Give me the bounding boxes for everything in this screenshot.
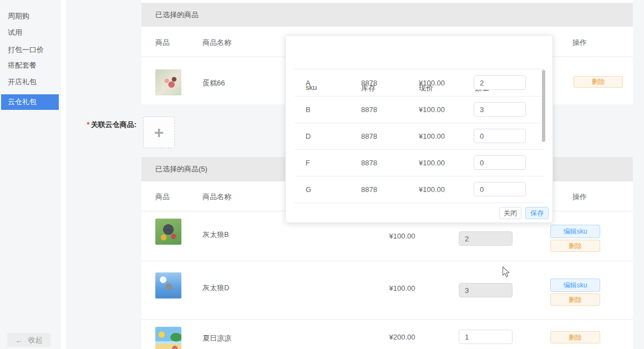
column-header-action: 操作 <box>572 192 587 202</box>
product-image-wolf-b <box>155 219 181 245</box>
stock-value: 8878 <box>361 79 377 87</box>
sidebar-item-store-gift[interactable]: 开店礼包 <box>1 74 59 90</box>
sku-quantity-input[interactable] <box>474 75 526 90</box>
product-price: ¥100.00 <box>366 232 438 240</box>
close-button[interactable]: 关闭 <box>499 207 521 219</box>
price-value: ¥100.00 <box>419 159 445 167</box>
stock-value: 8878 <box>361 159 377 167</box>
column-header-product-name: 商品名称 <box>202 192 231 202</box>
sidebar-item-trial[interactable]: 试用 <box>1 25 59 41</box>
quantity-input[interactable] <box>459 330 513 344</box>
sku-row: F 8878 ¥100.00 <box>295 149 544 176</box>
product-image-beach <box>155 327 181 349</box>
plus-icon: + <box>154 124 164 141</box>
collapse-button[interactable]: ← 收起 <box>7 333 50 347</box>
sidebar-divider <box>61 0 66 349</box>
sku-value: D <box>306 132 311 140</box>
sidebar: 周期购 试用 打包一口价 搭配套餐 开店礼包 云仓礼包 ← 收起 <box>0 0 61 349</box>
sku-row: G 8878 ¥100.00 <box>295 176 544 203</box>
column-header-product-name: 商品名称 <box>202 38 231 48</box>
delete-button[interactable]: 删除 <box>550 240 600 252</box>
stock-value: 8878 <box>361 105 377 114</box>
price-value: ¥100.00 <box>419 185 445 194</box>
price-value: ¥100.00 <box>419 105 445 114</box>
price-value: ¥100.00 <box>419 132 445 140</box>
product-image-wolf-d <box>155 272 181 299</box>
collapse-label: 收起 <box>28 335 43 345</box>
product-name: 蛋糕66 <box>202 78 225 88</box>
modal-footer: 关闭 保存 <box>499 207 549 219</box>
sku-value: F <box>306 159 310 167</box>
sku-quantity-input[interactable] <box>474 182 526 196</box>
quantity-input <box>459 283 513 297</box>
sidebar-item-cloud-gift[interactable]: 云仓礼包 <box>1 94 59 110</box>
sidebar-item-package-price[interactable]: 打包一口价 <box>1 42 59 58</box>
column-header-product: 商品 <box>155 192 170 202</box>
stock-value: 8878 <box>361 132 377 140</box>
product-name: 夏日凉凉 <box>202 333 231 343</box>
required-asterisk: * <box>87 120 90 129</box>
form-label-text: 关联云仓商品: <box>91 120 136 129</box>
edit-sku-button[interactable]: 编辑sku <box>550 225 600 238</box>
delete-button[interactable]: 删除 <box>550 294 600 306</box>
product-name: 灰太狼B <box>202 230 229 240</box>
sku-row: B 8878 ¥100.00 <box>295 96 544 123</box>
save-button[interactable]: 保存 <box>525 207 549 219</box>
product-price: ¥200.00 <box>366 333 438 341</box>
selected-products-band-title: 已选择的商品 <box>141 3 633 27</box>
sku-quantity-input[interactable] <box>474 129 526 143</box>
product-price: ¥100.00 <box>366 284 438 292</box>
column-header-product: 商品 <box>155 38 170 48</box>
table-divider <box>141 319 633 320</box>
sidebar-item-periodic-buy[interactable]: 周期购 <box>1 8 59 24</box>
price-value: ¥100.00 <box>419 79 445 87</box>
sku-row: D 8878 ¥100.00 <box>295 123 544 150</box>
table-divider <box>141 261 633 261</box>
left-arrow-icon: ← <box>16 336 23 345</box>
sku-quantity-input[interactable] <box>474 102 526 117</box>
quantity-input <box>459 231 513 246</box>
modal-scrollbar-thumb[interactable] <box>542 70 545 142</box>
sku-row: A 8878 ¥100.00 <box>295 69 544 97</box>
edit-sku-button[interactable]: 编辑sku <box>550 279 600 292</box>
screen: 周期购 试用 打包一口价 搭配套餐 开店礼包 云仓礼包 ← 收起 已选择的商品 … <box>0 0 644 349</box>
sku-value: B <box>306 105 311 114</box>
product-image-cake <box>155 69 181 95</box>
add-product-button[interactable]: + <box>143 117 175 148</box>
sku-value: A <box>306 79 311 87</box>
sku-quantity-input[interactable] <box>474 155 526 170</box>
delete-button[interactable]: 删除 <box>550 331 600 343</box>
sku-edit-modal: sku 库存 现价 数量 A 8878 ¥100.00 B 8878 ¥100.… <box>285 35 553 223</box>
mouse-cursor <box>502 266 510 280</box>
sku-value: G <box>306 185 311 194</box>
delete-button[interactable]: 删除 <box>574 76 623 88</box>
column-header-action: 操作 <box>572 38 587 48</box>
stock-value: 8878 <box>361 185 377 194</box>
sidebar-item-combo-meal[interactable]: 搭配套餐 <box>1 58 59 73</box>
product-name: 灰太狼D <box>202 283 229 293</box>
linked-cloud-products-label: *关联云仓商品: <box>61 120 136 130</box>
